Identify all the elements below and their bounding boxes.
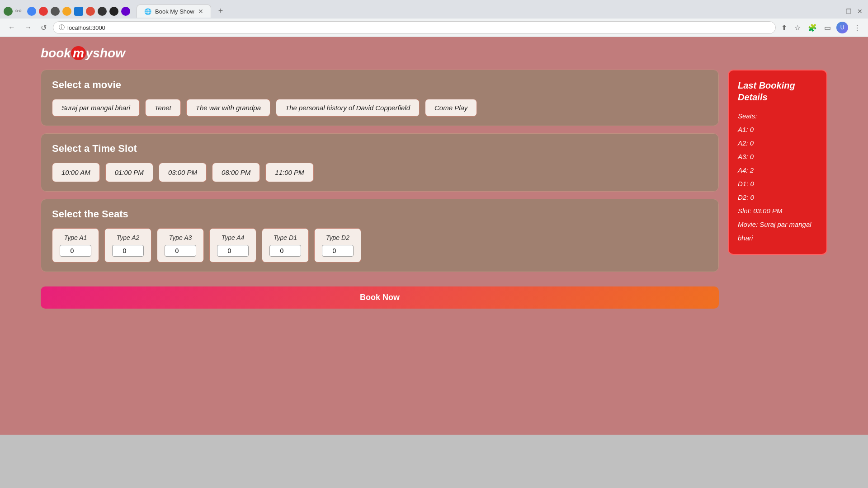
timeslot-button-10am[interactable]: 10:00 AM <box>52 163 100 182</box>
movie-button-war-with-grandpa[interactable]: The war with grandpa <box>186 99 270 117</box>
seat-input-d1[interactable] <box>269 245 301 257</box>
app-container: bookmyshow Select a movie Suraj par mang… <box>0 37 868 435</box>
avatar[interactable]: U <box>836 22 848 33</box>
booking-d1: D1: 0 <box>738 177 817 191</box>
ext-icon-gmail[interactable] <box>86 7 95 16</box>
tab-favicon: 🌐 <box>144 8 151 15</box>
booking-details-card: Last Booking Details Seats: A1: 0 A2: 0 … <box>728 70 827 255</box>
booking-seats-label: Seats: <box>738 109 817 123</box>
logo: bookmyshow <box>41 46 827 61</box>
seat-card-d1: Type D1 <box>262 228 309 263</box>
back-button[interactable]: ← <box>5 22 18 33</box>
new-tab-button[interactable]: + <box>213 4 229 19</box>
nav-bar: ← → ↺ ⓘ localhost:3000 ⬆ ☆ 🧩 ▭ U ⋮ <box>0 19 868 37</box>
booking-details-title: Last Booking Details <box>738 80 817 103</box>
seats-section: Select the Seats Type A1 Type A2 Type A3 <box>41 199 719 272</box>
ext-icon-8[interactable] <box>121 7 130 16</box>
booking-a2: A2: 0 <box>738 136 817 150</box>
right-panel: Last Booking Details Seats: A1: 0 A2: 0 … <box>728 70 827 255</box>
seat-card-a1: Type A1 <box>52 228 99 263</box>
ext-icon-7[interactable] <box>109 7 118 16</box>
sidebar-button[interactable]: ▭ <box>822 22 833 34</box>
time-buttons-container: 10:00 AM 01:00 PM 03:00 PM 08:00 PM 11:0… <box>52 163 708 182</box>
seat-input-a3[interactable] <box>165 245 196 257</box>
seat-card-a3: Type A3 <box>157 228 204 263</box>
seat-label-a2: Type A2 <box>112 234 144 241</box>
tab-bar: ⚯ 🌐 Book My Show ✕ + — ❐ ✕ <box>0 0 868 19</box>
booking-d2: D2: 0 <box>738 191 817 204</box>
bookmark-button[interactable]: ☆ <box>793 22 802 34</box>
ext-icon-2[interactable]: ⚯ <box>15 7 24 16</box>
main-layout: Select a movie Suraj par mangal bhari Te… <box>41 70 827 309</box>
menu-button[interactable]: ⋮ <box>852 22 863 34</box>
seat-input-a1[interactable] <box>60 245 91 257</box>
seats-grid: Type A1 Type A2 Type A3 Type A4 <box>52 228 708 263</box>
movie-button-suraj[interactable]: Suraj par mangal bhari <box>52 99 140 117</box>
tab-close-button[interactable]: ✕ <box>198 8 203 15</box>
timeslot-button-1pm[interactable]: 01:00 PM <box>105 163 153 182</box>
timeslot-section-title: Select a Time Slot <box>52 143 708 155</box>
active-tab[interactable]: 🌐 Book My Show ✕ <box>137 5 211 18</box>
address-bar[interactable]: ⓘ localhost:3000 <box>53 21 776 34</box>
booking-a3: A3: 0 <box>738 150 817 164</box>
timeslot-button-8pm[interactable]: 08:00 PM <box>212 163 260 182</box>
seat-input-a4[interactable] <box>217 245 249 257</box>
window-restore-icon[interactable]: ❐ <box>844 6 854 17</box>
toolbar-icons: ⚯ <box>4 7 130 16</box>
booking-slot: Slot: 03:00 PM <box>738 204 817 218</box>
movie-button-copperfield[interactable]: The personal history of David Copperfiel… <box>276 99 420 117</box>
left-panel: Select a movie Suraj par mangal bhari Te… <box>41 70 719 309</box>
ext-icon-4[interactable] <box>51 7 60 16</box>
timeslot-button-11pm[interactable]: 11:00 PM <box>265 163 313 182</box>
movie-buttons-container: Suraj par mangal bhari Tenet The war wit… <box>52 99 708 117</box>
book-now-button[interactable]: Book Now <box>41 286 719 309</box>
url-text: localhost:3000 <box>67 24 105 31</box>
seat-label-a1: Type A1 <box>60 234 91 241</box>
window-min-icon[interactable]: — <box>832 6 842 17</box>
seat-card-d2: Type D2 <box>314 228 361 263</box>
tab-title: Book My Show <box>155 8 194 15</box>
seat-label-a4: Type A4 <box>217 234 249 241</box>
timeslot-button-3pm[interactable]: 03:00 PM <box>159 163 207 182</box>
nav-actions: ⬆ ☆ 🧩 ▭ U ⋮ <box>779 22 863 34</box>
seat-input-a2[interactable] <box>112 245 144 257</box>
timeslot-section: Select a Time Slot 10:00 AM 01:00 PM 03:… <box>41 133 719 192</box>
ext-icon-3[interactable] <box>39 7 48 16</box>
movie-button-tenet[interactable]: Tenet <box>145 99 181 117</box>
window-close-icon[interactable]: ✕ <box>855 6 864 17</box>
seats-section-title: Select the Seats <box>52 208 708 220</box>
booking-a1: A1: 0 <box>738 123 817 136</box>
seat-label-d1: Type D1 <box>269 234 301 241</box>
forward-button[interactable]: → <box>22 22 34 33</box>
ext-icon-6[interactable] <box>74 7 83 16</box>
movie-button-come-play[interactable]: Come Play <box>425 99 477 117</box>
ext-icon-google-drive[interactable] <box>27 7 36 16</box>
booking-info: Seats: A1: 0 A2: 0 A3: 0 A4: 2 D1: 0 D2:… <box>738 109 817 245</box>
logo-highlight: m <box>71 46 86 60</box>
browser-chrome: ⚯ 🌐 Book My Show ✕ + — ❐ ✕ ← → ↺ ⓘ local… <box>0 0 868 37</box>
seat-label-a3: Type A3 <box>165 234 196 241</box>
ext-icon-5[interactable] <box>62 7 71 16</box>
seat-card-a2: Type A2 <box>104 228 151 263</box>
booking-movie: Movie: Suraj par mangal bhari <box>738 218 817 245</box>
ext-icon-github[interactable] <box>98 7 107 16</box>
extensions-button[interactable]: 🧩 <box>806 22 819 34</box>
seat-input-d2[interactable] <box>322 245 354 257</box>
refresh-button[interactable]: ↺ <box>38 22 49 34</box>
movie-section-title: Select a movie <box>52 79 708 91</box>
secure-icon: ⓘ <box>59 23 65 32</box>
seat-card-a4: Type A4 <box>209 228 256 263</box>
share-button[interactable]: ⬆ <box>779 22 789 34</box>
seat-label-d2: Type D2 <box>322 234 354 241</box>
ext-icon-1[interactable] <box>4 7 13 16</box>
booking-a4: A4: 2 <box>738 164 817 177</box>
movie-section: Select a movie Suraj par mangal bhari Te… <box>41 70 719 126</box>
